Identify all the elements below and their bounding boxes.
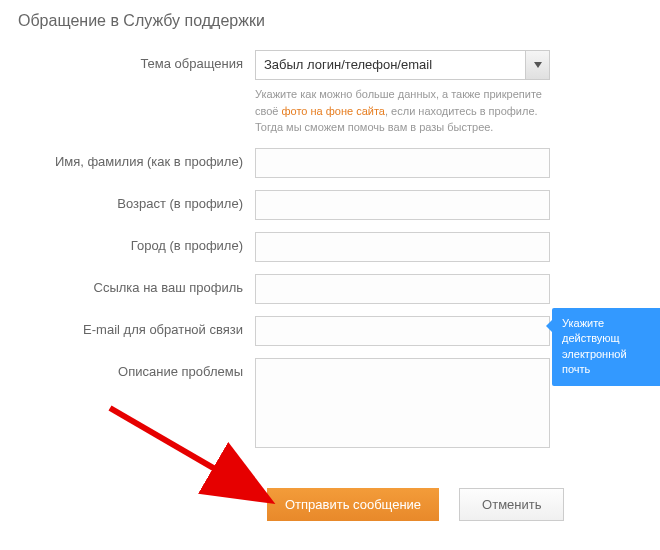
email-label: E-mail для обратной связи bbox=[0, 316, 255, 337]
age-label: Возраст (в профиле) bbox=[0, 190, 255, 211]
email-input[interactable] bbox=[255, 316, 550, 346]
description-label: Описание проблемы bbox=[0, 358, 255, 379]
age-input[interactable] bbox=[255, 190, 550, 220]
chevron-down-icon bbox=[525, 51, 549, 79]
photo-link[interactable]: фото на фоне сайта bbox=[282, 105, 385, 117]
name-label: Имя, фамилия (как в профиле) bbox=[0, 148, 255, 169]
email-tooltip: Укажите действующ электронной почть bbox=[552, 308, 660, 386]
profile-link-input[interactable] bbox=[255, 274, 550, 304]
name-input[interactable] bbox=[255, 148, 550, 178]
submit-button[interactable]: Отправить сообщение bbox=[267, 488, 439, 521]
topic-label: Тема обращения bbox=[0, 50, 255, 71]
description-textarea[interactable] bbox=[255, 358, 550, 448]
topic-select[interactable]: Забыл логин/телефон/email bbox=[255, 50, 550, 80]
page-title: Обращение в Службу поддержки bbox=[0, 0, 660, 30]
support-form: Тема обращения Забыл логин/телефон/email… bbox=[0, 30, 660, 521]
cancel-button[interactable]: Отменить bbox=[459, 488, 564, 521]
city-input[interactable] bbox=[255, 232, 550, 262]
city-label: Город (в профиле) bbox=[0, 232, 255, 253]
topic-select-value: Забыл логин/телефон/email bbox=[255, 50, 550, 80]
topic-help-text: Укажите как можно больше данных, а также… bbox=[255, 80, 550, 136]
profile-link-label: Ссылка на ваш профиль bbox=[0, 274, 255, 295]
